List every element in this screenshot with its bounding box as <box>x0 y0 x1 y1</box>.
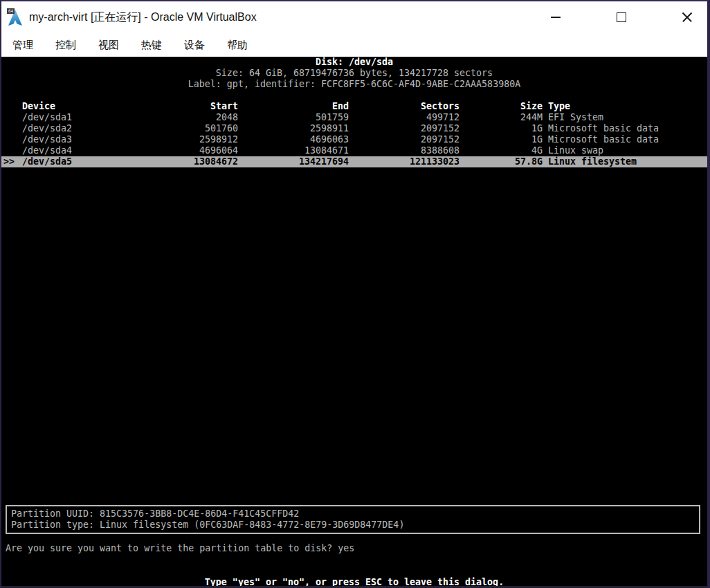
cell-type: Microsoft basic data <box>543 123 707 134</box>
cell-size: 1G <box>459 123 543 134</box>
selection-pointer-icon: >> <box>1 156 22 167</box>
cell-end: 4696063 <box>238 134 349 145</box>
cell-device: /dev/sda5 <box>22 156 111 167</box>
cell-end: 501759 <box>238 112 349 123</box>
disk-header: Disk: /dev/sda Size: 64 GiB, 68719476736… <box>1 57 707 90</box>
cell-size: 4G <box>459 145 543 156</box>
cell-type: Linux swap <box>543 145 707 156</box>
cell-type: EFI System <box>543 112 707 123</box>
prompt-typed-answer: yes <box>338 543 354 553</box>
cell-sectors: 2097152 <box>349 123 459 134</box>
cell-device: /dev/sda3 <box>22 134 111 145</box>
selection-pointer-icon <box>1 134 22 145</box>
menu-item[interactable]: 帮助 <box>227 39 248 52</box>
size-line: Size: 64 GiB, 68719476736 bytes, 1342177… <box>1 68 707 79</box>
partition-table-header: Device Start End Sectors Size Type <box>1 101 707 112</box>
cell-sectors: 2097152 <box>349 134 459 145</box>
cell-size: 1G <box>459 134 543 145</box>
header-sectors: Sectors <box>349 101 459 112</box>
prompt-question: Are you sure you want to write the parti… <box>6 543 332 553</box>
cell-start: 13084672 <box>111 156 238 167</box>
cell-start: 2598912 <box>111 134 238 145</box>
write-confirmation-prompt: Are you sure you want to write the parti… <box>6 543 354 554</box>
selection-pointer-icon <box>1 123 22 134</box>
cell-start: 501760 <box>111 123 238 134</box>
disk-line: Disk: /dev/sda <box>1 57 707 68</box>
icon-64-badge: 64 <box>7 8 15 14</box>
titlebar: 64 my-arch-virt [正在运行] - Oracle VM Virtu… <box>1 1 707 33</box>
cell-end: 134217694 <box>238 156 349 167</box>
partition-row: >> /dev/sda5 13084672 134217694 12113302… <box>1 156 707 167</box>
cell-end: 2598911 <box>238 123 349 134</box>
menubar: 管理 控制 视图 热键 设备 帮助 <box>1 33 707 57</box>
cell-start: 2048 <box>111 112 238 123</box>
maximize-button[interactable] <box>611 7 632 28</box>
cell-type: Linux filesystem <box>543 156 707 167</box>
label-line: Label: gpt, identifier: FCFC8FF5-6C6C-AF… <box>1 79 707 90</box>
menu-item[interactable]: 热键 <box>141 39 162 52</box>
minimize-button[interactable] <box>545 7 566 28</box>
cell-sectors: 499712 <box>349 112 459 123</box>
header-end: End <box>238 101 349 112</box>
header-type: Type <box>543 101 707 112</box>
window-title: my-arch-virt [正在运行] - Oracle VM VirtualB… <box>29 10 257 25</box>
menu-item[interactable]: 管理 <box>12 39 33 52</box>
cell-sectors: 121133023 <box>349 156 459 167</box>
cell-type: Microsoft basic data <box>543 134 707 145</box>
partition-type-line: Partition type: Linux filesystem (0FC63D… <box>11 520 699 531</box>
maximize-icon <box>617 12 626 22</box>
selection-pointer-icon <box>1 145 22 156</box>
virtualbox-window: 64 my-arch-virt [正在运行] - Oracle VM Virtu… <box>0 0 710 588</box>
menu-item[interactable]: 设备 <box>184 39 205 52</box>
close-icon <box>682 12 693 23</box>
cell-device: /dev/sda4 <box>22 145 111 156</box>
cell-device: /dev/sda1 <box>22 112 111 123</box>
window-controls <box>545 7 698 28</box>
partition-info-box: Partition UUID: 815C3576-3BB8-DC4E-86D4-… <box>6 505 700 534</box>
cell-device: /dev/sda2 <box>22 123 111 134</box>
partition-row: /dev/sda4 4696064 13084671 8388608 4G Li… <box>1 145 707 156</box>
cell-size: 244M <box>459 112 543 123</box>
partition-row: /dev/sda1 2048 501759 499712 244M EFI Sy… <box>1 112 707 123</box>
minimize-icon <box>551 17 561 18</box>
partition-rows: /dev/sda1 2048 501759 499712 244M EFI Sy… <box>1 112 707 167</box>
cell-start: 4696064 <box>111 145 238 156</box>
header-size: Size <box>459 101 543 112</box>
selection-pointer-icon <box>1 112 22 123</box>
vm-terminal-screen[interactable]: Disk: /dev/sda Size: 64 GiB, 68719476736… <box>1 57 707 586</box>
cell-size: 57.8G <box>459 156 543 167</box>
arch-vm-icon: 64 <box>7 8 24 26</box>
partition-uuid-line: Partition UUID: 815C3576-3BB8-DC4E-86D4-… <box>11 508 699 520</box>
partition-row: /dev/sda2 501760 2598911 2097152 1G Micr… <box>1 123 707 134</box>
header-start: Start <box>111 101 238 112</box>
header-device: Device <box>22 101 111 112</box>
cell-sectors: 8388608 <box>349 145 459 156</box>
partition-row: /dev/sda3 2598912 4696063 2097152 1G Mic… <box>1 134 707 145</box>
menu-item[interactable]: 视图 <box>98 39 119 52</box>
cell-end: 13084671 <box>238 145 349 156</box>
close-button[interactable] <box>677 7 698 28</box>
partition-table: Device Start End Sectors Size Type /dev/… <box>1 101 707 167</box>
menu-item[interactable]: 控制 <box>55 39 76 52</box>
